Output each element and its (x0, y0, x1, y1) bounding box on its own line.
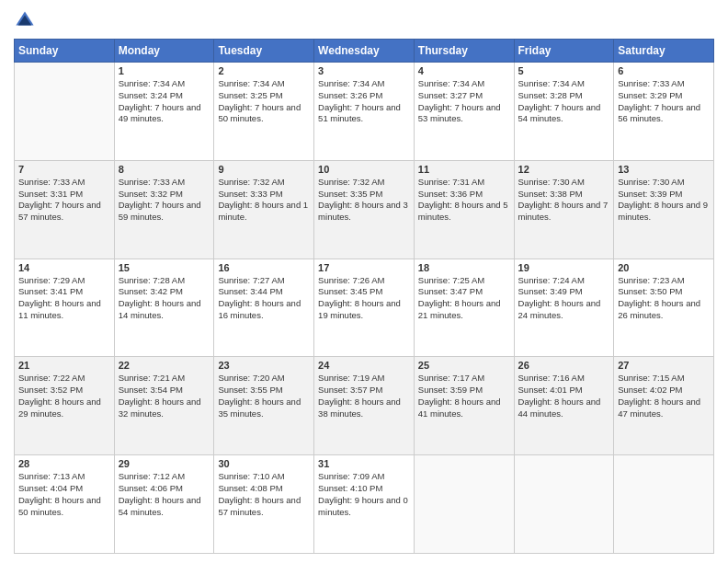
calendar-body: 1Sunrise: 7:34 AMSunset: 3:24 PMDaylight… (15, 63, 714, 554)
sunset-text: Sunset: 3:38 PM (518, 189, 610, 201)
daylight-text: Daylight: 8 hours and 5 minutes. (418, 200, 510, 224)
sunset-text: Sunset: 3:27 PM (418, 90, 510, 102)
calendar-cell: 28Sunrise: 7:13 AMSunset: 4:04 PMDayligh… (15, 455, 115, 554)
calendar-cell: 16Sunrise: 7:27 AMSunset: 3:44 PMDayligh… (214, 259, 314, 357)
calendar-cell: 19Sunrise: 7:24 AMSunset: 3:49 PMDayligh… (514, 259, 614, 357)
sunset-text: Sunset: 4:04 PM (18, 483, 110, 495)
header-cell-wednesday: Wednesday (314, 40, 415, 63)
sunset-text: Sunset: 3:35 PM (318, 189, 410, 201)
sunrise-text: Sunrise: 7:32 AM (218, 177, 310, 189)
sunrise-text: Sunrise: 7:13 AM (18, 471, 110, 483)
day-number: 15 (119, 262, 210, 273)
sunset-text: Sunset: 3:28 PM (518, 90, 610, 102)
header-cell-tuesday: Tuesday (214, 40, 314, 63)
day-number: 2 (218, 65, 310, 76)
day-number: 8 (119, 164, 210, 175)
sunset-text: Sunset: 3:52 PM (18, 385, 110, 396)
sunrise-text: Sunrise: 7:32 AM (318, 177, 410, 189)
daylight-text: Daylight: 8 hours and 54 minutes. (119, 495, 210, 519)
daylight-text: Daylight: 8 hours and 24 minutes. (518, 298, 610, 322)
day-number: 18 (418, 262, 510, 273)
sunset-text: Sunset: 4:10 PM (318, 483, 410, 495)
calendar-cell: 3Sunrise: 7:34 AMSunset: 3:26 PMDaylight… (314, 63, 415, 161)
daylight-text: Daylight: 8 hours and 19 minutes. (318, 298, 410, 322)
calendar-cell: 27Sunrise: 7:15 AMSunset: 4:02 PMDayligh… (614, 357, 714, 455)
day-number: 31 (318, 458, 410, 469)
daylight-text: Daylight: 7 hours and 54 minutes. (518, 102, 610, 126)
sunrise-text: Sunrise: 7:23 AM (618, 275, 710, 287)
calendar-table: SundayMondayTuesdayWednesdayThursdayFrid… (14, 39, 714, 554)
day-number: 3 (318, 65, 410, 76)
day-number: 19 (518, 262, 610, 273)
daylight-text: Daylight: 7 hours and 49 minutes. (119, 102, 210, 126)
daylight-text: Daylight: 8 hours and 44 minutes. (518, 396, 610, 420)
day-number: 23 (218, 360, 310, 371)
calendar-cell: 11Sunrise: 7:31 AMSunset: 3:36 PMDayligh… (414, 160, 514, 259)
week-row: 28Sunrise: 7:13 AMSunset: 4:04 PMDayligh… (15, 455, 714, 554)
day-number: 5 (518, 65, 610, 76)
calendar-cell: 8Sunrise: 7:33 AMSunset: 3:32 PMDaylight… (114, 160, 214, 259)
daylight-text: Daylight: 8 hours and 11 minutes. (18, 298, 110, 322)
daylight-text: Daylight: 7 hours and 59 minutes. (119, 200, 210, 224)
calendar-cell: 13Sunrise: 7:30 AMSunset: 3:39 PMDayligh… (614, 160, 714, 259)
calendar-cell: 20Sunrise: 7:23 AMSunset: 3:50 PMDayligh… (614, 259, 714, 357)
daylight-text: Daylight: 8 hours and 3 minutes. (318, 200, 410, 224)
sunset-text: Sunset: 3:33 PM (218, 189, 310, 201)
day-number: 10 (318, 164, 410, 175)
day-number: 29 (119, 458, 210, 469)
day-number: 27 (618, 360, 710, 371)
sunset-text: Sunset: 4:06 PM (119, 483, 210, 495)
sunrise-text: Sunrise: 7:28 AM (119, 275, 210, 287)
sunrise-text: Sunrise: 7:34 AM (218, 78, 310, 90)
sunset-text: Sunset: 4:01 PM (518, 385, 610, 396)
header-cell-thursday: Thursday (414, 40, 514, 63)
sunrise-text: Sunrise: 7:34 AM (518, 78, 610, 90)
day-number: 7 (18, 164, 110, 175)
calendar-cell: 6Sunrise: 7:33 AMSunset: 3:29 PMDaylight… (614, 63, 714, 161)
sunrise-text: Sunrise: 7:09 AM (318, 471, 410, 483)
day-number: 20 (618, 262, 710, 273)
calendar-cell: 21Sunrise: 7:22 AMSunset: 3:52 PMDayligh… (15, 357, 115, 455)
day-number: 30 (218, 458, 310, 469)
day-number: 16 (218, 262, 310, 273)
sunset-text: Sunset: 3:36 PM (418, 189, 510, 201)
header-cell-sunday: Sunday (15, 40, 115, 63)
sunrise-text: Sunrise: 7:10 AM (218, 471, 310, 483)
calendar-cell: 31Sunrise: 7:09 AMSunset: 4:10 PMDayligh… (314, 455, 415, 554)
calendar-cell (614, 455, 714, 554)
daylight-text: Daylight: 7 hours and 57 minutes. (18, 200, 110, 224)
logo-icon (14, 9, 36, 31)
sunset-text: Sunset: 3:57 PM (318, 385, 410, 396)
calendar-cell: 1Sunrise: 7:34 AMSunset: 3:24 PMDaylight… (114, 63, 214, 161)
sunset-text: Sunset: 3:32 PM (119, 189, 210, 201)
day-number: 4 (418, 65, 510, 76)
sunset-text: Sunset: 3:41 PM (18, 286, 110, 298)
calendar-cell: 7Sunrise: 7:33 AMSunset: 3:31 PMDaylight… (15, 160, 115, 259)
day-number: 21 (18, 360, 110, 371)
calendar-cell: 22Sunrise: 7:21 AMSunset: 3:54 PMDayligh… (114, 357, 214, 455)
sunset-text: Sunset: 3:55 PM (218, 385, 310, 396)
day-number: 11 (418, 164, 510, 175)
sunrise-text: Sunrise: 7:25 AM (418, 275, 510, 287)
sunrise-text: Sunrise: 7:30 AM (618, 177, 710, 189)
daylight-text: Daylight: 8 hours and 9 minutes. (618, 200, 710, 224)
daylight-text: Daylight: 7 hours and 56 minutes. (618, 102, 710, 126)
sunrise-text: Sunrise: 7:21 AM (119, 373, 210, 385)
daylight-text: Daylight: 7 hours and 50 minutes. (218, 102, 310, 126)
sunset-text: Sunset: 3:44 PM (218, 286, 310, 298)
sunrise-text: Sunrise: 7:33 AM (119, 177, 210, 189)
calendar-cell: 17Sunrise: 7:26 AMSunset: 3:45 PMDayligh… (314, 259, 415, 357)
header (14, 9, 714, 31)
sunset-text: Sunset: 3:31 PM (18, 189, 110, 201)
calendar-cell: 30Sunrise: 7:10 AMSunset: 4:08 PMDayligh… (214, 455, 314, 554)
sunset-text: Sunset: 3:59 PM (418, 385, 510, 396)
sunrise-text: Sunrise: 7:19 AM (318, 373, 410, 385)
sunrise-text: Sunrise: 7:30 AM (518, 177, 610, 189)
day-number: 25 (418, 360, 510, 371)
sunrise-text: Sunrise: 7:27 AM (218, 275, 310, 287)
daylight-text: Daylight: 8 hours and 41 minutes. (418, 396, 510, 420)
sunrise-text: Sunrise: 7:34 AM (119, 78, 210, 90)
sunrise-text: Sunrise: 7:33 AM (618, 78, 710, 90)
day-number: 14 (18, 262, 110, 273)
calendar-cell (514, 455, 614, 554)
